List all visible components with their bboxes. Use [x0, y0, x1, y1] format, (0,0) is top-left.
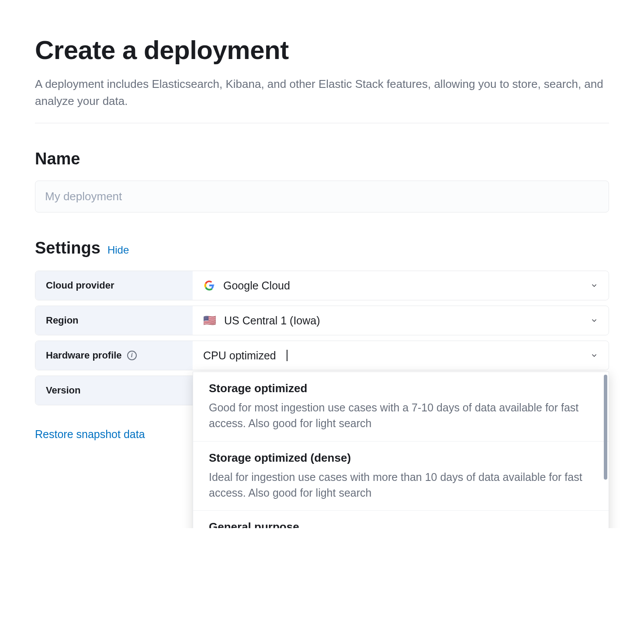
cloud-provider-select[interactable]: Google Cloud [193, 271, 609, 300]
divider [35, 123, 609, 123]
version-label: Version [35, 376, 193, 405]
restore-snapshot-link[interactable]: Restore snapshot data [35, 428, 145, 441]
cloud-provider-value: Google Cloud [223, 279, 290, 292]
option-title: General purpose [209, 520, 593, 528]
text-cursor [287, 350, 287, 361]
gcp-icon [203, 279, 215, 292]
chevron-down-icon [590, 352, 598, 359]
option-title: Storage optimized [209, 382, 593, 395]
option-desc: Ideal for ingestion use cases with more … [209, 469, 593, 501]
hardware-profile-value: CPU optimized [203, 349, 276, 362]
page-title: Create a deployment [35, 35, 609, 65]
us-flag-icon: 🇺🇸 [203, 315, 216, 326]
region-label: Region [35, 306, 193, 335]
scrollbar[interactable] [604, 375, 607, 480]
cloud-provider-label: Cloud provider [35, 271, 193, 300]
hardware-profile-select[interactable]: CPU optimized [193, 341, 609, 370]
hardware-option-storage-optimized[interactable]: Storage optimized Good for most ingestio… [193, 372, 609, 442]
region-value: US Central 1 (Iowa) [224, 314, 320, 327]
cloud-provider-row: Cloud provider Google Cloud [35, 271, 609, 300]
option-title: Storage optimized (dense) [209, 451, 593, 465]
region-select[interactable]: 🇺🇸 US Central 1 (Iowa) [193, 306, 609, 335]
deployment-name-input[interactable] [35, 181, 609, 212]
hide-settings-link[interactable]: Hide [107, 244, 129, 256]
chevron-down-icon [590, 317, 598, 324]
option-desc: Good for most ingestion use cases with a… [209, 400, 593, 432]
info-icon[interactable]: i [127, 351, 137, 360]
name-heading: Name [35, 150, 609, 168]
hardware-profile-dropdown: Storage optimized Good for most ingestio… [193, 372, 609, 528]
hardware-profile-label: Hardware profile i [35, 341, 193, 370]
hardware-option-storage-optimized-dense[interactable]: Storage optimized (dense) Ideal for inge… [193, 442, 609, 511]
chevron-down-icon [590, 282, 598, 289]
settings-heading: Settings [35, 239, 100, 258]
hardware-profile-row: Hardware profile i CPU optimized Storage… [35, 341, 609, 370]
region-row: Region 🇺🇸 US Central 1 (Iowa) [35, 306, 609, 335]
page-subtitle: A deployment includes Elasticsearch, Kib… [35, 76, 609, 110]
hardware-option-general-purpose[interactable]: General purpose Suitable for ingestion u… [193, 511, 609, 528]
